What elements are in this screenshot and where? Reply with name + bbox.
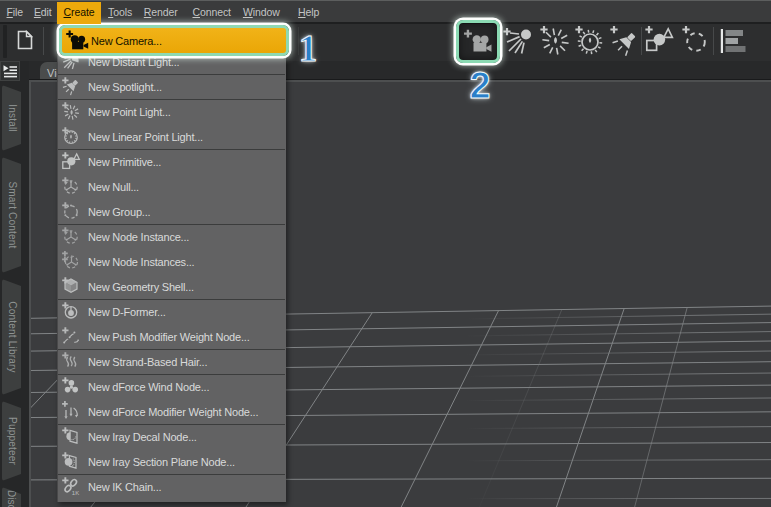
svg-text:1K: 1K <box>71 490 78 496</box>
